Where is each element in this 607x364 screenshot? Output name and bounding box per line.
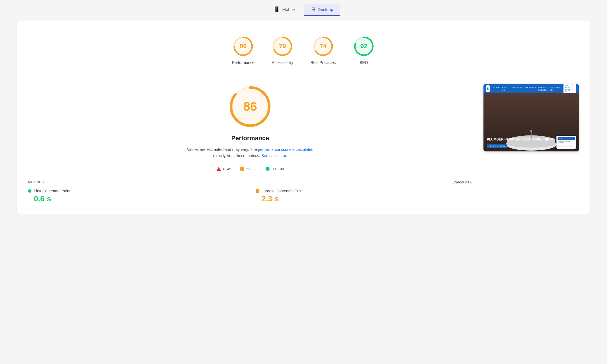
nav-link-areas: AREAS SERVED — [538, 86, 547, 91]
metric-fcp: First Contentful Paint 0.6 s — [28, 189, 245, 203]
desc-text1: Values are estimated and may vary. The — [187, 147, 258, 152]
gauge-best-practices: 74 — [312, 35, 334, 57]
tab-desktop[interactable]: 🖥 Desktop — [304, 4, 340, 16]
legend-fail-range: 0–49 — [223, 167, 231, 171]
metric-lcp-label-row: Largest Contentful Paint — [256, 189, 472, 193]
nav-link-services: SERVICES — [512, 86, 523, 91]
gauge-seo: 92 — [353, 35, 375, 57]
metric-lcp-name: Largest Contentful Paint — [261, 189, 304, 193]
metric-fcp-name: First Contentful Paint — [34, 189, 70, 193]
legend-average-range: 50–89 — [247, 167, 257, 171]
score-best-practices-value: 74 — [320, 43, 327, 50]
score-accessibility: 79 Accessibility — [271, 35, 294, 65]
site-hero: PLUMBER IN WATERFORD TOWNSHIP, MI SCHEDU… — [483, 93, 579, 151]
expand-view-button[interactable]: Expand view — [451, 180, 472, 184]
tab-desktop-label: Desktop — [318, 7, 333, 12]
main-card: 86 Performance 79 Accessibility — [17, 20, 590, 215]
score-seo-label: SEO — [360, 60, 368, 65]
site-chat-body: Hi! If you have any questions... — [558, 140, 575, 144]
legend-pass: 90–100 — [266, 167, 284, 171]
left-panel: 86 Performance Values are estimated and … — [28, 84, 472, 203]
large-gauge: 86 — [228, 84, 273, 129]
metric-fcp-value: 0.6 s — [28, 194, 245, 203]
svg-point-12 — [530, 130, 532, 132]
nav-link-home: HOME — [493, 86, 500, 91]
site-nav-logo: S — [486, 85, 490, 92]
performance-desc: Values are estimated and may vary. The p… — [186, 146, 315, 159]
metric-lcp-value: 2.3 s — [256, 194, 472, 203]
score-performance: 86 Performance — [232, 35, 254, 65]
performance-title: Performance — [231, 135, 269, 142]
gauge-performance: 86 — [232, 35, 254, 57]
site-nav-cta: CALL US NOW! (248) 787-4833 — [563, 84, 576, 93]
desktop-icon: 🖥 — [311, 6, 316, 12]
site-preview: S HOME ABOUT US SERVICES REVIEWS AREAS S… — [483, 84, 579, 151]
score-seo: 92 SEO — [353, 35, 375, 65]
score-best-practices-label: Best Practices — [311, 60, 336, 65]
legend-pass-range: 90–100 — [272, 167, 284, 171]
site-chat-input — [558, 145, 575, 147]
metric-lcp: Largest Contentful Paint 2.3 s — [256, 189, 472, 203]
metric-fcp-label-row: First Contentful Paint — [28, 189, 245, 193]
desc-link2[interactable]: See calculator — [261, 153, 286, 158]
desc-text3: . — [286, 153, 287, 158]
metric-lcp-dot — [256, 189, 259, 193]
mobile-icon: 📱 — [274, 6, 280, 12]
nav-link-reviews: REVIEWS — [526, 86, 536, 91]
nav-link-contact: CONTACT US — [549, 86, 560, 91]
score-seo-value: 92 — [360, 43, 367, 50]
site-hero-content: PLUMBER IN WATERFORD TOWNSHIP, MI SCHEDU… — [487, 137, 554, 148]
tab-mobile-label: Mobile — [282, 7, 295, 12]
metrics-header: METRICS Expand view — [28, 180, 472, 184]
score-accessibility-value: 79 — [279, 43, 286, 50]
content-area: 86 Performance Values are estimated and … — [28, 73, 579, 203]
metrics-title: METRICS — [28, 180, 44, 184]
site-preview-inner: S HOME ABOUT US SERVICES REVIEWS AREAS S… — [483, 84, 579, 151]
site-nav-links: HOME ABOUT US SERVICES REVIEWS AREAS SER… — [493, 86, 560, 91]
site-chat-widget: Chat Hi! If you have any questions... — [556, 136, 576, 149]
score-performance-label: Performance — [232, 60, 254, 65]
site-hero-title: PLUMBER IN WATERFORD TOWNSHIP, MI — [487, 137, 554, 141]
site-hero-btn: SCHEDULE NOW — [487, 144, 507, 148]
tab-mobile[interactable]: 📱 Mobile — [267, 3, 301, 16]
right-panel: S HOME ABOUT US SERVICES REVIEWS AREAS S… — [483, 84, 579, 203]
nav-link-about: ABOUT US — [502, 86, 510, 91]
score-accessibility-label: Accessibility — [272, 60, 293, 65]
legend: 0–49 50–89 90–100 — [216, 167, 284, 171]
gauge-accessibility: 79 — [271, 35, 294, 57]
metrics-grid: First Contentful Paint 0.6 s Largest Con… — [28, 189, 472, 203]
tab-bar: 📱 Mobile 🖥 Desktop — [0, 0, 607, 16]
site-chat-header: Chat — [558, 137, 575, 140]
metric-fcp-dot — [28, 189, 31, 193]
desc-link1[interactable]: performance score is calculated — [258, 147, 314, 152]
legend-pass-icon — [266, 167, 270, 171]
scores-row: 86 Performance 79 Accessibility — [28, 29, 579, 73]
page-wrapper: 📱 Mobile 🖥 Desktop 86 Performance — [0, 0, 607, 364]
legend-average: 50–89 — [240, 167, 257, 171]
score-performance-value: 86 — [240, 43, 247, 50]
desc-text2: directly from these metrics. — [213, 153, 261, 158]
legend-fail-icon — [216, 167, 221, 171]
large-score-value: 86 — [243, 100, 257, 114]
site-nav: S HOME ABOUT US SERVICES REVIEWS AREAS S… — [483, 84, 579, 93]
site-screenshot: S HOME ABOUT US SERVICES REVIEWS AREAS S… — [483, 84, 579, 151]
legend-average-icon — [240, 167, 244, 171]
legend-fail: 0–49 — [216, 167, 231, 171]
metrics-section: METRICS Expand view First Contentful Pai… — [28, 180, 472, 203]
score-best-practices: 74 Best Practices — [311, 35, 336, 65]
